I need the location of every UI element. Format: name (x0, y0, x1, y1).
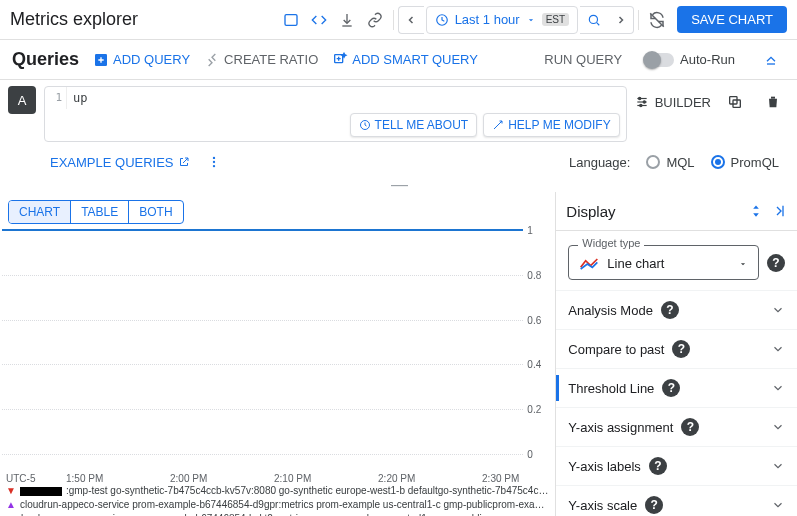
chevron-down-icon (771, 498, 785, 512)
accordion-y-axis-labels[interactable]: Y-axis labels? (556, 446, 797, 485)
delete-icon[interactable] (759, 88, 787, 116)
save-chart-button[interactable]: SAVE CHART (677, 6, 787, 33)
tell-me-about-button[interactable]: TELL ME ABOUT (350, 113, 478, 137)
time-next-button[interactable] (608, 6, 634, 34)
sliders-icon (635, 95, 649, 109)
view-chart-tab[interactable]: CHART (9, 201, 71, 223)
accordion-label: Y-axis labels (568, 459, 641, 474)
accordion-y-axis-assignment[interactable]: Y-axis assignment? (556, 407, 797, 446)
chevron-down-icon (771, 342, 785, 356)
help-icon[interactable]: ? (672, 340, 690, 358)
help-icon[interactable]: ? (645, 496, 663, 514)
mql-label: MQL (666, 155, 694, 170)
expand-panel-icon[interactable] (771, 203, 787, 219)
svg-point-19 (212, 165, 214, 167)
ratio-icon (204, 52, 220, 68)
help-modify-label: HELP ME MODIFY (508, 118, 610, 132)
lang-promql-radio[interactable]: PromQL (711, 155, 779, 170)
chevron-down-icon (771, 303, 785, 317)
promql-label: PromQL (731, 155, 779, 170)
autorefresh-off-icon[interactable] (643, 6, 671, 34)
accordion-y-axis-scale[interactable]: Y-axis scale? (556, 485, 797, 516)
y-tick: 1 (527, 225, 553, 236)
more-icon[interactable] (200, 148, 228, 176)
accordion-label: Analysis Mode (568, 303, 653, 318)
lang-mql-radio[interactable]: MQL (646, 155, 694, 170)
duplicate-icon[interactable] (721, 88, 749, 116)
accordion-threshold-line[interactable]: Threshold Line? (556, 368, 797, 407)
view-table-tab[interactable]: TABLE (71, 201, 129, 223)
y-tick: 0.2 (527, 404, 553, 415)
tell-me-label: TELL ME ABOUT (375, 118, 469, 132)
chart-legend: ▼:gmp-test go-synthetic-7b475c4ccb-kv57v… (0, 484, 555, 516)
link-icon[interactable] (361, 6, 389, 34)
run-query-button[interactable]: RUN QUERY (544, 52, 622, 67)
widget-type-help-icon[interactable]: ? (767, 254, 785, 272)
add-query-button[interactable]: ADD QUERY (93, 52, 190, 68)
query-editor[interactable]: 1 up TELL ME ABOUT HELP ME MODIFY (44, 86, 627, 142)
svg-line-3 (597, 22, 600, 25)
download-icon[interactable] (333, 6, 361, 34)
line-chart-icon (579, 257, 599, 271)
help-icon[interactable]: ? (681, 418, 699, 436)
widget-type-legend: Widget type (578, 237, 644, 249)
accordion-analysis-mode[interactable]: Analysis Mode? (556, 290, 797, 329)
x-tick: 2:20 PM (378, 473, 415, 484)
drag-handle[interactable]: ⸻ (0, 182, 797, 192)
query-code[interactable]: up (67, 87, 626, 109)
accordion-compare-to-past[interactable]: Compare to past? (556, 329, 797, 368)
help-icon[interactable]: ? (661, 301, 679, 319)
analyze-icon (359, 119, 371, 131)
x-tick: 2:30 PM (482, 473, 519, 484)
legend-row[interactable]: ■cloudrun-appeco-service prom-example-b6… (6, 512, 549, 516)
wand-icon (492, 119, 504, 131)
x-tick: 2:10 PM (274, 473, 311, 484)
chevron-down-icon (526, 15, 536, 25)
example-queries-label: EXAMPLE QUERIES (50, 155, 174, 170)
y-tick: 0.6 (527, 314, 553, 325)
timezone-label: UTC-5 (6, 473, 35, 484)
sort-arrows-icon[interactable] (749, 202, 763, 220)
chevron-down-icon (771, 420, 785, 434)
help-icon[interactable]: ? (649, 457, 667, 475)
code-icon[interactable] (305, 6, 333, 34)
accordion-label: Y-axis assignment (568, 420, 673, 435)
example-queries-link[interactable]: EXAMPLE QUERIES (50, 155, 190, 170)
chevron-down-icon (771, 381, 785, 395)
view-both-tab[interactable]: BOTH (129, 201, 182, 223)
time-prev-button[interactable] (398, 6, 424, 34)
x-tick: 1:50 PM (66, 473, 103, 484)
collapse-icon[interactable] (757, 46, 785, 74)
builder-button[interactable]: BUILDER (635, 95, 711, 110)
autorun-toggle[interactable] (646, 53, 674, 67)
time-search-button[interactable] (580, 6, 608, 34)
y-tick: 0.8 (527, 269, 553, 280)
svg-point-13 (643, 101, 645, 103)
x-tick: 2:00 PM (170, 473, 207, 484)
help-icon[interactable]: ? (662, 379, 680, 397)
svg-rect-0 (285, 14, 297, 25)
create-ratio-button[interactable]: CREATE RATIO (204, 52, 318, 68)
svg-point-14 (639, 104, 641, 106)
svg-point-2 (589, 15, 597, 23)
panel-icon-1[interactable] (277, 6, 305, 34)
create-ratio-label: CREATE RATIO (224, 52, 318, 67)
help-me-modify-button[interactable]: HELP ME MODIFY (483, 113, 619, 137)
widget-type-select[interactable]: Line chart (568, 245, 759, 280)
accordion-label: Threshold Line (568, 381, 654, 396)
external-link-icon (178, 156, 190, 168)
chart-canvas: 10.80.60.40.20UTC-51:50 PM2:00 PM2:10 PM… (2, 228, 553, 484)
editor-gutter: 1 (45, 87, 67, 109)
queries-title: Queries (12, 49, 79, 70)
legend-row[interactable]: ▼:gmp-test go-synthetic-7b475c4ccb-kv57v… (6, 484, 549, 498)
page-title: Metrics explorer (10, 9, 138, 30)
time-range-picker[interactable]: Last 1 hour EST (426, 6, 579, 34)
y-tick: 0.4 (527, 359, 553, 370)
add-smart-query-button[interactable]: ADD SMART QUERY (332, 52, 478, 68)
add-query-label: ADD QUERY (113, 52, 190, 67)
query-tab-a[interactable]: A (8, 86, 36, 114)
legend-row[interactable]: ▲cloudrun-appeco-service prom-example-b6… (6, 498, 549, 512)
svg-point-18 (212, 161, 214, 163)
svg-point-12 (638, 97, 640, 99)
chevron-down-icon (771, 459, 785, 473)
